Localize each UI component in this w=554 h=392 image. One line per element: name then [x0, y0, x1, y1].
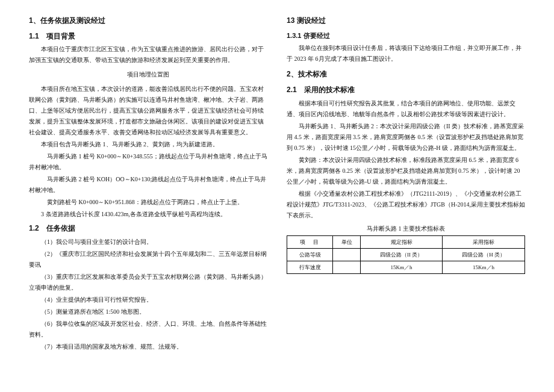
paragraph: 马井断头路 2 桩号 KOH）OO～K0+130;路线起点位于马井村鱼塘湾，终点… — [29, 174, 267, 196]
sec-21-heading: 2.1 采用的技术标准 — [287, 84, 525, 97]
left-column: 1、任务依据及测设经过 1.1 项目背景 本项目位于重庆市江北区五宝镇，作为五宝… — [19, 11, 277, 381]
table-cell: 公路等级 — [287, 248, 333, 261]
list-item: （6）我单位收集的区域及开发区社会、经济、人口、环境、土地、自然条件等基础性资料… — [29, 319, 267, 340]
right-column: 13 测设经过 1.3.1 侪要经过 我单位在接到本项目设计任务后，将该项目下达… — [277, 11, 535, 381]
figure-caption: 项目地理位置图 — [29, 69, 267, 80]
sec-1-2-heading: 1.2 任务依据 — [29, 222, 267, 235]
table-cell: 四级公路（H 类） — [443, 248, 525, 261]
table-cell: 行车速度 — [287, 261, 333, 273]
paragraph: 本项目包含马井断头路 1、马井断头路 2、黄刘路，均为新建道路。 — [29, 139, 267, 150]
list-item: （4）业主提供的本项目可行性研究报告。 — [29, 294, 267, 305]
table-header: 采用指标 — [443, 235, 525, 248]
document-page: 1、任务依据及测设经过 1.1 项目背景 本项目位于重庆市江北区五宝镇，作为五宝… — [0, 0, 554, 392]
paragraph: 黄刘路桩号 K0+000～K0+951.868：路线起点位于两路口，终点止于上堡… — [29, 197, 267, 208]
paragraph: 本项目位于重庆市江北区五宝镇，作为五宝镇重点推进的旅游、居民出行公路，对于加强五… — [29, 44, 267, 66]
list-item: （1）我公司与项目业主签订的设计合同。 — [29, 237, 267, 247]
list-item: （3）重庆市江北区发展和改革委员会关于五宝农村联网公路（黄刘路、马井断头路）立项… — [29, 272, 267, 293]
paragraph: 马井断头路 1、马井断头路 2：本次设计采用四级公路（II 类）技术标准，路基宽… — [287, 121, 525, 154]
table-caption: 马井断头路 1 主要技术指标表 — [287, 223, 525, 234]
table-cell: 15Km／h — [443, 261, 525, 273]
sec-131-heading: 1.3.1 侪要经过 — [287, 30, 525, 42]
paragraph: 根据《小交通量农村公路工程技术标准》（JTG2111-2019）、《小交通量农村… — [287, 188, 525, 221]
paragraph: 黄刘路：本次设计采用四级公路技术标准，标准段路基宽度采用 6.5 米，路面宽度 … — [287, 155, 525, 187]
table-cell: 15Km／h — [361, 261, 443, 273]
table-header: 项 目 — [287, 235, 333, 248]
table-row: 行车速度 15Km／h 15Km／h — [287, 261, 525, 273]
table-header: 单位 — [333, 235, 361, 248]
paragraph: 根据本项目可行性研究报告及其批复，结合本项目的路网地位、使用功能、远景交通、项目… — [287, 98, 525, 120]
paragraph: 本项目所在地五宝镇，本次设计的道路，能改善沿线居民出行不便的问题。五宝农村联网公… — [29, 84, 267, 138]
list-item: （5）测量道路所在地区 1:500 地形图。 — [29, 306, 267, 317]
table-cell — [333, 261, 361, 273]
list-item: （7）本项目适用的国家及地方标准、规范、法规等。 — [29, 341, 267, 352]
list-item: （2）《重庆市江北区国民经济和社会发展第十四个五年规划和二、三五年远景目标纲要讯 — [29, 249, 267, 270]
paragraph: 马井断头路 1 桩号 K0+000～K0+348.555；路线起点位于马井村鱼塘… — [29, 151, 267, 173]
sec-1-heading: 1、任务依据及测设经过 — [29, 14, 267, 28]
table-header: 规定指标 — [361, 235, 443, 248]
table-row: 项 目 单位 规定指标 采用指标 — [287, 235, 525, 248]
sec-2-heading: 2、技术标准 — [287, 68, 525, 81]
table-cell: 四级公路（II 类） — [361, 248, 443, 261]
table-cell — [333, 248, 361, 261]
sec-1-1-heading: 1.1 项目背景 — [29, 30, 267, 43]
paragraph: 我单位在接到本项目设计任务后，将该项目下达给项目工作组，并立即开展工作，并于 2… — [287, 43, 525, 64]
paragraph: 3 条道路路线合计长度 1430.423m,各条道路全线平纵桩号高程均连续。 — [29, 209, 267, 220]
table-row: 公路等级 四级公路（II 类） 四级公路（H 类） — [287, 248, 525, 261]
tech-indicator-table: 项 目 单位 规定指标 采用指标 公路等级 四级公路（II 类） 四级公路（H … — [287, 235, 525, 275]
sec-13-heading: 13 测设经过 — [287, 14, 525, 28]
table-block: 马井断头路 1 主要技术指标表 项 目 单位 规定指标 采用指标 公路等级 四级… — [287, 223, 525, 275]
